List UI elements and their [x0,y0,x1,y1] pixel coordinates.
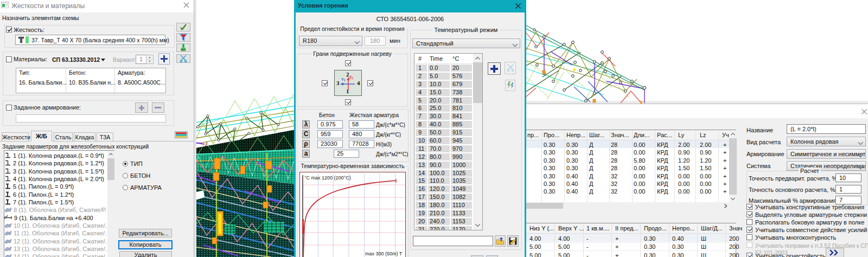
svg-text:Z1: Z1 [349,75,353,80]
svg-text:Y1: Y1 [341,78,346,82]
svg-text:max 300 (50m) T: max 300 (50m) T [365,251,403,256]
svg-text:°C max 1200 (200°C): °C max 1200 (200°C) [304,175,351,181]
